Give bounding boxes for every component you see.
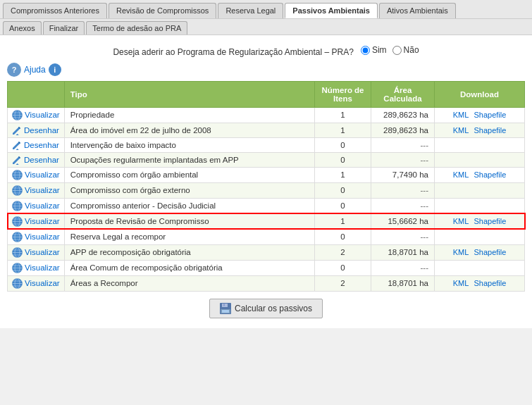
no-area: --- [421, 263, 429, 272]
help-link[interactable]: Ajuda [24, 65, 46, 75]
action-cell: Visualizar [8, 198, 65, 213]
visualizar-button[interactable]: Visualizar [12, 170, 60, 180]
th-download: Download [435, 81, 525, 107]
kml-link[interactable]: KML [453, 248, 469, 256]
download-cell: KML Shapefile [435, 167, 525, 182]
pra-nao-radio[interactable] [392, 46, 402, 55]
tab-passivos-ambientais[interactable]: Passivos Ambientais [285, 3, 378, 18]
th-tipo: Tipo [64, 81, 314, 107]
table-row: DesenharOcupações regularmente implantad… [8, 152, 525, 167]
tipo-cell: APP de recomposição obrigatória [64, 244, 314, 260]
shapefile-link[interactable]: Shapefile [474, 248, 506, 256]
th-area: Área Calculada [371, 81, 435, 107]
action-cell: Visualizar [8, 213, 65, 229]
help-icon[interactable]: ? [7, 63, 21, 77]
action-cell: Visualizar [8, 229, 65, 244]
download-cell: KML Shapefile [435, 244, 525, 260]
visualizar-button[interactable]: Visualizar [12, 278, 60, 289]
calcular-btn-label: Calcular os passivos [235, 304, 312, 313]
help-row: ? Ajuda i [7, 60, 525, 81]
info-icon[interactable]: i [49, 63, 61, 76]
num-itens-cell: 2 [315, 244, 371, 260]
area-cell: --- [371, 182, 435, 198]
area-cell: --- [371, 229, 435, 244]
pra-sim-label[interactable]: Sim [361, 45, 387, 55]
th-num-itens: Número de Itens [315, 81, 371, 107]
num-itens-cell: 0 [315, 137, 371, 152]
table-row: VisualizarPropriedade1289,8623 haKML Sha… [8, 107, 525, 123]
shapefile-link[interactable]: Shapefile [474, 279, 506, 287]
desenhar-button[interactable]: Desenhar [12, 140, 60, 150]
action-label: Visualizar [25, 186, 60, 194]
action-cell: Desenhar [8, 137, 65, 152]
area-cell: --- [371, 260, 435, 275]
tipo-cell: Áreas a Recompor [64, 275, 314, 291]
svg-rect-58 [222, 310, 229, 313]
shapefile-link[interactable]: Shapefile [474, 170, 506, 179]
kml-link[interactable]: KML [453, 111, 469, 119]
area-cell: --- [371, 137, 435, 152]
floppy-disk-icon [220, 303, 231, 314]
tipo-cell: Compromisso anterior - Decisão Judicial [64, 198, 314, 213]
tab-compromissos-anteriores[interactable]: Compromissos Anteriores [3, 3, 107, 18]
tipo-cell: Ocupações regularmente implantadas em AP… [64, 152, 314, 167]
download-cell [435, 198, 525, 213]
action-label: Visualizar [25, 111, 60, 119]
download-cell [435, 137, 525, 152]
kml-link[interactable]: KML [453, 279, 469, 287]
action-cell: Visualizar [8, 182, 65, 198]
footer-row: Calcular os passivos [7, 292, 525, 323]
action-cell: Visualizar [8, 260, 65, 275]
action-label: Desenhar [24, 156, 59, 164]
pra-nao-label[interactable]: Não [392, 45, 419, 55]
action-label: Desenhar [24, 126, 59, 135]
num-itens-cell: 0 [315, 229, 371, 244]
kml-link[interactable]: KML [453, 126, 469, 135]
action-cell: Visualizar [8, 167, 65, 182]
main-content: Deseja aderir ao Programa de Regularizaç… [0, 35, 532, 328]
visualizar-button[interactable]: Visualizar [12, 201, 60, 211]
download-cell: KML Shapefile [435, 107, 525, 123]
tab-revisao-compromissos[interactable]: Revisão de Compromissos [109, 3, 216, 18]
calcular-passivos-button[interactable]: Calcular os passivos [209, 299, 323, 318]
tab-termo-adesao[interactable]: Termo de adesão ao PRA [86, 21, 187, 35]
download-cell: KML Shapefile [435, 213, 525, 229]
table-row: VisualizarReserva Legal a recompor0--- [8, 229, 525, 244]
kml-link[interactable]: KML [453, 170, 469, 179]
desenhar-button[interactable]: Desenhar [12, 125, 60, 135]
visualizar-button[interactable]: Visualizar [12, 110, 60, 120]
shapefile-link[interactable]: Shapefile [474, 217, 506, 225]
visualizar-button[interactable]: Visualizar [12, 232, 60, 242]
action-cell: Visualizar [8, 275, 65, 291]
table-row: VisualizarCompromisso anterior - Decisão… [8, 198, 525, 213]
visualizar-button[interactable]: Visualizar [12, 216, 60, 227]
tipo-cell: Compromisso com órgão externo [64, 182, 314, 198]
no-area: --- [421, 232, 429, 241]
svg-rect-56 [223, 304, 225, 306]
tipo-cell: Área do imóvel em 22 de julho de 2008 [64, 123, 314, 137]
table-row: VisualizarCompromisso com órgão ambienta… [8, 167, 525, 182]
tab-ativos-ambientais[interactable]: Ativos Ambientais [379, 3, 456, 18]
shapefile-link[interactable]: Shapefile [474, 126, 506, 135]
top-tab-bar: Compromissos Anteriores Revisão de Compr… [0, 0, 532, 19]
action-label: Visualizar [25, 232, 60, 241]
tab-reserva-legal[interactable]: Reserva Legal [218, 3, 283, 18]
tab-finalizar[interactable]: Finalizar [43, 21, 85, 35]
num-itens-cell: 2 [315, 275, 371, 291]
tab-anexos[interactable]: Anexos [3, 21, 42, 35]
area-cell: 289,8623 ha [371, 123, 435, 137]
th-action [8, 81, 65, 107]
visualizar-button[interactable]: Visualizar [12, 185, 60, 196]
no-area: --- [421, 156, 429, 164]
area-cell: --- [371, 152, 435, 167]
shapefile-link[interactable]: Shapefile [474, 111, 506, 119]
visualizar-button[interactable]: Visualizar [12, 247, 60, 258]
num-itens-cell: 0 [315, 152, 371, 167]
visualizar-button[interactable]: Visualizar [12, 263, 60, 273]
pra-sim-radio[interactable] [361, 46, 370, 55]
kml-link[interactable]: KML [453, 217, 469, 225]
action-cell: Visualizar [8, 107, 65, 123]
desenhar-button[interactable]: Desenhar [12, 155, 60, 165]
num-itens-cell: 1 [315, 167, 371, 182]
table-row: VisualizarÁrea Comum de recomposição obr… [8, 260, 525, 275]
